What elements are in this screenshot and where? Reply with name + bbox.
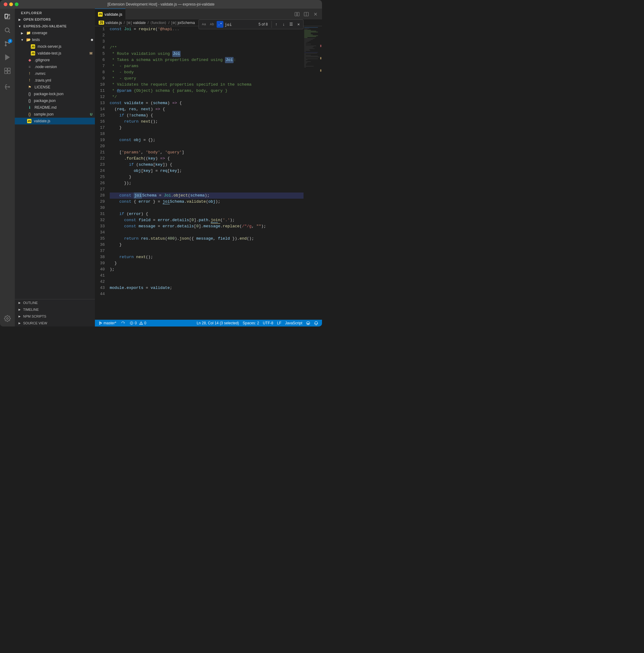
project-section[interactable]: ▼ EXPRESS-JOI-VALIDATE [15, 23, 95, 29]
code-line-37 [110, 248, 304, 254]
prev-match-button[interactable]: ↑ [273, 21, 280, 28]
case-sensitive-button[interactable]: Aa [200, 21, 207, 28]
svg-rect-10 [8, 71, 10, 74]
source-view-section[interactable]: ▶ SOURCE VIEW [15, 320, 95, 326]
git-icon[interactable] [2, 81, 13, 92]
braces-icon: {} [27, 98, 32, 103]
code-content[interactable]: const Joi = require('@hapi... /** * Rout… [107, 26, 304, 320]
select-all-matches-button[interactable]: ☰ [288, 21, 294, 28]
source-view-label: SOURCE VIEW [23, 321, 47, 325]
svg-rect-14 [295, 12, 297, 16]
sync-status[interactable] [120, 320, 126, 326]
close-search-button[interactable]: ✕ [295, 21, 302, 28]
minimap [304, 26, 322, 320]
breadcrumb-validate[interactable]: validate [133, 21, 146, 25]
folder-open-icon: 📂 [26, 37, 31, 42]
more-actions-button[interactable] [302, 10, 310, 18]
titlebar: [Extension Development Host] - validate.… [0, 0, 322, 9]
cursor-position[interactable]: Ln 28, Col 14 (3 selected) [195, 320, 240, 326]
activity-bar: 2 [0, 9, 15, 326]
search-input-area: Aa Ab .* 5 of 8 [199, 21, 271, 28]
eol[interactable]: LF [276, 320, 283, 326]
svg-point-12 [9, 86, 10, 88]
file-package-lock[interactable]: ▶ {} package-lock.json [15, 91, 95, 97]
feedback-button[interactable] [305, 320, 312, 326]
breadcrumb-sep: / [124, 21, 125, 25]
whole-word-button[interactable]: Ab [209, 21, 215, 28]
minimize-button[interactable] [9, 2, 13, 6]
find-widget: Aa Ab .* 5 of 8 ↑ ↓ ☰ ✕ [198, 19, 304, 29]
code-line-38: return next(); [110, 254, 304, 260]
timeline-label: TIMELINE [23, 308, 39, 311]
svg-point-11 [5, 86, 6, 88]
code-line-18 [110, 131, 304, 137]
open-editors-section[interactable]: ▶ OPEN EDITORS [15, 16, 95, 23]
chevron-right-icon: ▶ [19, 308, 21, 311]
code-line-27 [110, 186, 304, 193]
folder-tests[interactable]: ▼ 📂 tests [15, 37, 95, 43]
info-icon: ℹ [27, 105, 32, 110]
svg-marker-6 [5, 55, 9, 60]
code-line-17: } [110, 125, 304, 131]
code-editor[interactable]: 12345 678910 1112131415 1617181920 21222… [95, 26, 322, 320]
regex-button[interactable]: .* [217, 21, 223, 28]
code-line-21: ['params', 'body', 'query'] [110, 149, 304, 155]
status-bar-right: Ln 28, Col 14 (3 selected) Spaces: 2 UTF… [195, 320, 319, 326]
file-travis[interactable]: ▶ ! .travis.yml [15, 77, 95, 84]
search-input[interactable] [224, 22, 256, 27]
chevron-down-icon: ▼ [17, 24, 22, 29]
notification-button[interactable] [313, 320, 319, 326]
exclaim-icon: ! [27, 71, 32, 76]
npm-scripts-section[interactable]: ▶ NPM SCRIPTS [15, 313, 95, 320]
explorer-icon[interactable] [2, 11, 13, 22]
svg-point-25 [132, 324, 132, 324]
file-sample[interactable]: ▶ {} sample.json U [15, 111, 95, 118]
settings-icon[interactable] [2, 313, 13, 324]
errors-count: 0 [135, 321, 137, 325]
file-mock-server[interactable]: ▶ JS mock-server.js [15, 43, 95, 50]
file-license[interactable]: ▶ ⚑ LICENSE [15, 84, 95, 91]
search-icon[interactable] [2, 25, 13, 36]
extensions-icon[interactable] [2, 65, 13, 76]
language-mode[interactable]: JavaScript [284, 320, 304, 326]
file-nvmrc[interactable]: ▶ ! .nvmrc [15, 70, 95, 77]
validate-tab[interactable]: JS validate.js [95, 9, 125, 19]
file-validate[interactable]: ▶ JS validate.js [15, 118, 95, 124]
next-match-button[interactable]: ↓ [280, 21, 287, 28]
code-line-24: obj[key] = req[key]; [110, 168, 304, 174]
source-control-icon[interactable]: 2 [2, 38, 13, 49]
code-line-8: * - body [110, 69, 304, 75]
validate-test-filename: validate-test.js [38, 51, 89, 55]
outline-section[interactable]: ▶ OUTLINE [15, 299, 95, 306]
app-body: 2 EXPLORER ▶ OPEN EDITORS ▼ EXPRESS-JOI-… [0, 9, 322, 326]
sidebar-bottom: ▶ OUTLINE ▶ TIMELINE ▶ NPM SCRIPTS ▶ SOU… [15, 299, 95, 326]
breadcrumb-file[interactable]: validate.js [105, 21, 122, 25]
indentation[interactable]: Spaces: 2 [242, 320, 260, 326]
run-debug-icon[interactable] [2, 52, 13, 63]
timeline-section[interactable]: ▶ TIMELINE [15, 306, 95, 313]
node-version-filename: .node-version [34, 65, 95, 69]
search-count: 5 of 8 [257, 22, 270, 26]
close-button[interactable] [4, 2, 7, 6]
close-editor-button[interactable] [312, 10, 319, 18]
file-gitignore[interactable]: ▶ ◆ .gitignore [15, 57, 95, 64]
split-editor-button[interactable] [293, 10, 301, 18]
breadcrumb-joi-schema[interactable]: joiSchema [177, 21, 195, 25]
errors-status[interactable]: 0 0 [128, 320, 147, 326]
activity-bar-bottom [2, 313, 13, 326]
braces-yellow-icon: {} [27, 112, 32, 117]
window-controls[interactable] [4, 2, 19, 6]
branch-status[interactable]: master* [97, 320, 117, 326]
file-node-version[interactable]: ▶ ≡ .node-version [15, 64, 95, 70]
folder-coverage[interactable]: ▶ 📁 coverage [15, 29, 95, 37]
maximize-button[interactable] [15, 2, 19, 6]
svg-point-13 [6, 318, 8, 319]
file-validate-test[interactable]: ▶ JS validate-test.js M [15, 50, 95, 57]
explorer-title: EXPLORER [15, 9, 95, 16]
encoding[interactable]: UTF-8 [262, 320, 275, 326]
code-line-30 [110, 205, 304, 211]
code-line-7: * - params [110, 63, 304, 69]
code-line-25: } [110, 174, 304, 180]
file-package[interactable]: ▶ {} package.json [15, 97, 95, 104]
file-readme[interactable]: ▶ ℹ README.md [15, 104, 95, 111]
